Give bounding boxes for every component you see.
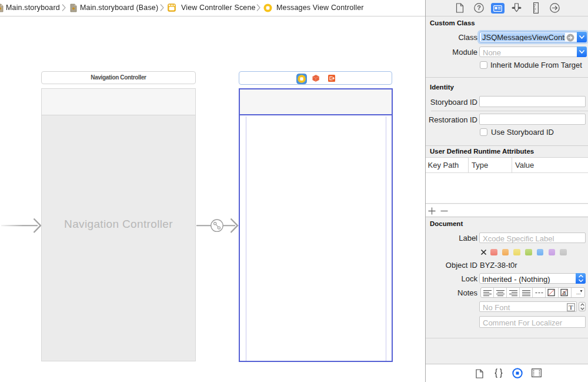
svg-text:?: ? (477, 4, 481, 11)
svg-text:a: a (563, 289, 566, 296)
svg-text:...: ... (576, 290, 581, 295)
svg-text:T: T (569, 304, 573, 311)
